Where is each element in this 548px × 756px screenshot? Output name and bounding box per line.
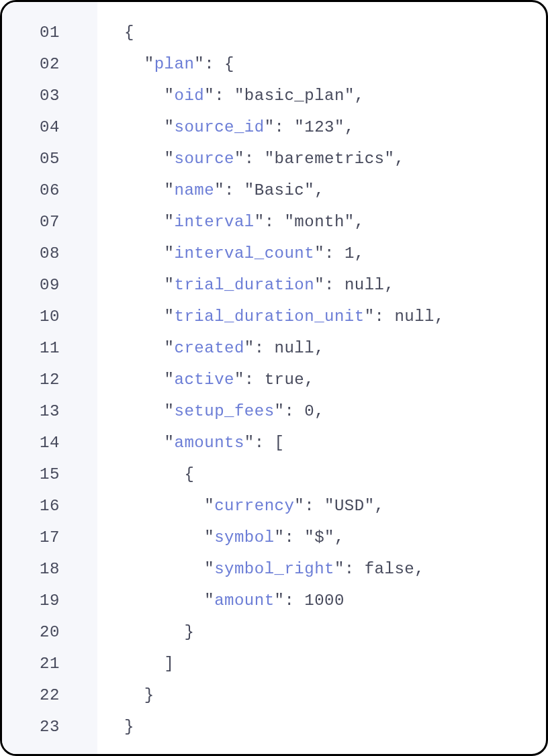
token-str: "Basic" <box>244 181 314 199</box>
token-key: trial_duration_unit <box>175 308 365 326</box>
token-punc: ": <box>255 213 285 231</box>
code-line: "source": "baremetrics", <box>124 143 546 175</box>
token-kw: null <box>275 339 315 357</box>
token-kw: null <box>394 308 435 326</box>
token-punc: } <box>124 686 154 704</box>
token-key: source <box>175 150 234 168</box>
line-number: 08 <box>2 238 97 269</box>
token-key: source_id <box>175 118 265 136</box>
token-punc: ": { <box>194 55 234 73</box>
token-punc: { <box>124 23 134 42</box>
token-kw: null <box>345 276 385 294</box>
token-punc: } <box>124 718 134 736</box>
token-punc: ": <box>234 371 265 389</box>
token-key: symbol_right <box>214 560 334 578</box>
code-line: "trial_duration": null, <box>124 269 546 301</box>
line-number: 10 <box>2 301 97 332</box>
token-punc: , <box>345 118 355 136</box>
line-number: 05 <box>2 143 97 175</box>
code-block: 0102030405060708091011121314151617181920… <box>0 0 548 756</box>
token-punc: ": <box>234 150 265 168</box>
token-key: setup_fees <box>175 402 275 420</box>
line-number: 03 <box>2 80 97 111</box>
token-kw: false <box>365 560 415 578</box>
code-line: "plan": { <box>124 48 546 80</box>
token-num: 1 <box>345 244 355 263</box>
token-str: "baremetrics" <box>265 150 395 168</box>
token-punc: ] <box>124 655 175 673</box>
token-key: amounts <box>175 434 244 452</box>
token-kw: true <box>265 371 305 389</box>
token-key: currency <box>214 497 294 515</box>
code-line: { <box>124 17 546 48</box>
token-punc: " <box>124 497 214 515</box>
code-line: "created": null, <box>124 332 546 364</box>
token-punc: ": <box>314 276 345 294</box>
token-punc: " <box>124 339 175 357</box>
code-line: "source_id": "123", <box>124 111 546 143</box>
token-punc: ": <box>365 308 395 326</box>
line-number: 04 <box>2 111 97 143</box>
token-punc: " <box>124 150 175 168</box>
code-line: "symbol": "$", <box>124 522 546 553</box>
token-punc: ": <box>265 118 295 136</box>
code-line: } <box>124 711 546 743</box>
line-number: 12 <box>2 364 97 395</box>
token-str: "USD" <box>324 497 375 515</box>
token-key: name <box>175 181 215 199</box>
token-punc: } <box>124 623 194 641</box>
token-punc: { <box>124 465 194 483</box>
line-number: 23 <box>2 711 97 743</box>
token-num: 0 <box>304 402 314 420</box>
line-number: 20 <box>2 616 97 648</box>
token-num: 1000 <box>304 592 345 610</box>
line-number: 11 <box>2 332 97 364</box>
token-punc: ": [ <box>244 434 285 452</box>
token-punc: " <box>124 371 175 389</box>
token-punc: " <box>124 402 175 420</box>
token-punc: " <box>124 528 214 547</box>
token-punc: " <box>124 560 214 578</box>
token-punc: ": <box>214 181 244 199</box>
code-line: } <box>124 679 546 711</box>
line-number: 09 <box>2 269 97 301</box>
token-key: oid <box>175 87 205 105</box>
token-punc: " <box>124 181 175 199</box>
code-line: ] <box>124 648 546 679</box>
code-line: "interval": "month", <box>124 206 546 238</box>
token-punc: " <box>124 213 175 231</box>
token-punc: " <box>124 87 175 105</box>
code-line: } <box>124 616 546 648</box>
token-str: "123" <box>294 118 345 136</box>
token-punc: " <box>124 276 175 294</box>
code-line: "name": "Basic", <box>124 175 546 206</box>
token-punc: " <box>124 592 214 610</box>
token-key: symbol <box>214 528 274 547</box>
token-punc: , <box>314 181 324 199</box>
line-number: 18 <box>2 553 97 585</box>
token-key: plan <box>154 55 195 73</box>
token-punc: , <box>384 276 394 294</box>
code-line: "active": true, <box>124 364 546 395</box>
token-punc: , <box>355 87 365 105</box>
token-punc: , <box>435 308 445 326</box>
line-number: 17 <box>2 522 97 553</box>
token-punc: , <box>355 244 365 263</box>
code-line: "interval_count": 1, <box>124 238 546 269</box>
code-line: { <box>124 459 546 490</box>
line-number: 16 <box>2 490 97 522</box>
token-punc: " <box>124 55 154 73</box>
code-line: "amounts": [ <box>124 427 546 459</box>
line-number: 07 <box>2 206 97 238</box>
token-punc: , <box>314 402 324 420</box>
token-punc: ": <box>275 592 305 610</box>
token-key: interval_count <box>175 244 315 263</box>
code-area: { "plan": { "oid": "basic_plan", "source… <box>97 2 546 754</box>
code-line: "trial_duration_unit": null, <box>124 301 546 332</box>
token-punc: ": <box>204 87 234 105</box>
token-punc: ": <box>334 560 365 578</box>
line-number: 19 <box>2 585 97 616</box>
token-punc: " <box>124 434 175 452</box>
code-line: "amount": 1000 <box>124 585 546 616</box>
token-key: trial_duration <box>175 276 315 294</box>
